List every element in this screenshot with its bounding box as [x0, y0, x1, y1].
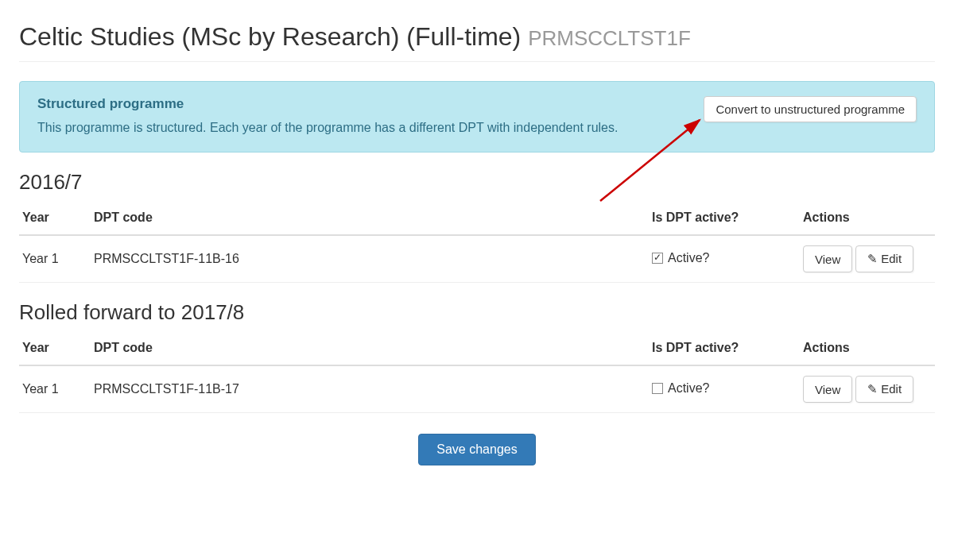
active-label: Active? [668, 251, 709, 265]
pencil-icon: ✎ [867, 252, 878, 265]
page-title: Celtic Studies (MSc by Research) (Full-t… [19, 22, 935, 62]
col-actions: Actions [800, 331, 935, 365]
col-dpt-code: DPT code [91, 331, 649, 365]
save-changes-button[interactable]: Save changes [418, 434, 535, 465]
col-is-active: Is DPT active? [649, 331, 800, 365]
cell-year: Year 1 [19, 365, 91, 413]
col-dpt-code: DPT code [91, 201, 649, 235]
col-is-active: Is DPT active? [649, 201, 800, 235]
col-actions: Actions [800, 201, 935, 235]
active-checkbox-wrap[interactable]: Active? [652, 251, 709, 265]
checkbox-icon [652, 253, 663, 264]
cell-actions: View ✎Edit [800, 365, 935, 413]
dpt-table: Year DPT code Is DPT active? Actions Yea… [19, 201, 935, 283]
col-year: Year [19, 201, 91, 235]
session-heading: 2016/7 [19, 170, 935, 195]
cell-is-active: Active? [649, 365, 800, 413]
edit-button[interactable]: ✎Edit [855, 245, 913, 272]
programme-code: PRMSCCLTST1F [528, 26, 691, 50]
active-label: Active? [668, 381, 709, 396]
pencil-icon: ✎ [867, 382, 878, 396]
col-year: Year [19, 331, 91, 365]
view-button[interactable]: View [803, 376, 852, 403]
info-body: This programme is structured. Each year … [37, 118, 691, 137]
table-row: Year 1 PRMSCCLTST1F-11B-17 Active? View … [19, 365, 935, 413]
edit-button[interactable]: ✎Edit [855, 376, 913, 403]
active-checkbox-wrap[interactable]: Active? [652, 381, 709, 396]
structured-programme-panel: Structured programme This programme is s… [19, 81, 935, 153]
cell-is-active: Active? [649, 235, 800, 283]
session-heading: Rolled forward to 2017/8 [19, 300, 935, 325]
cell-dpt-code: PRMSCCLTST1F-11B-17 [91, 365, 649, 413]
cell-actions: View ✎Edit [800, 235, 935, 283]
convert-to-unstructured-button[interactable]: Convert to unstructured programme [704, 96, 917, 122]
programme-name: Celtic Studies (MSc by Research) (Full-t… [19, 22, 521, 51]
cell-dpt-code: PRMSCCLTST1F-11B-16 [91, 235, 649, 283]
dpt-table: Year DPT code Is DPT active? Actions Yea… [19, 331, 935, 413]
checkbox-icon [652, 383, 663, 394]
cell-year: Year 1 [19, 235, 91, 283]
info-heading: Structured programme [37, 96, 691, 112]
view-button[interactable]: View [803, 245, 852, 272]
table-row: Year 1 PRMSCCLTST1F-11B-16 Active? View … [19, 235, 935, 283]
